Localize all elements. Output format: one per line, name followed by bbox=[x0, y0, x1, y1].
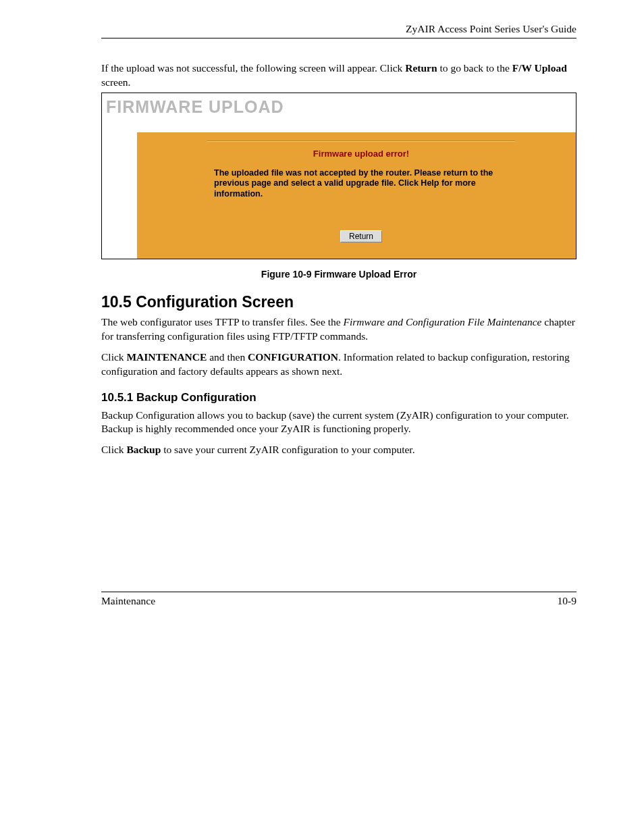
subsection-p1: Backup Configuration allows you to backu… bbox=[101, 409, 576, 437]
intro-pre: If the upload was not successful, the fo… bbox=[101, 62, 405, 74]
subsection-heading-10-5-1: 10.5.1 Backup Configuration bbox=[101, 391, 576, 405]
p1-pre: The web configurator uses TFTP to transf… bbox=[101, 316, 344, 328]
screenshot-firmware-upload: FIRMWARE UPLOAD Firmware upload error! T… bbox=[101, 93, 576, 259]
intro-mid: to go back to the bbox=[437, 62, 512, 74]
figure-caption: Figure 10-9 Firmware Upload Error bbox=[101, 269, 576, 280]
p2-b1: MAINTENANCE bbox=[126, 351, 207, 363]
section-10-5-p1: The web configurator uses TFTP to transf… bbox=[101, 315, 576, 344]
footer-left: Maintenance bbox=[101, 595, 155, 607]
section-10-5-p2: Click MAINTENANCE and then CONFIGURATION… bbox=[101, 350, 576, 379]
p2-pre: Click bbox=[101, 351, 126, 363]
intro-post: screen. bbox=[101, 76, 130, 88]
p2-bold: Backup bbox=[126, 444, 161, 455]
page-header: ZyAIR Access Point Series User's Guide bbox=[101, 23, 576, 38]
subsection-p2: Click Backup to save your current ZyAIR … bbox=[101, 443, 576, 457]
intro-bold-return: Return bbox=[405, 62, 437, 74]
p2-post: to save your current ZyAIR configuration… bbox=[161, 444, 414, 455]
p2-b2: CONFIGURATION bbox=[248, 351, 338, 363]
error-panel: Firmware upload error! The uploaded file… bbox=[137, 132, 576, 259]
panel-divider bbox=[207, 140, 515, 142]
screenshot-title: FIRMWARE UPLOAD bbox=[102, 93, 576, 117]
p1-italic: Firmware and Configuration File Maintena… bbox=[344, 316, 542, 328]
footer-right: 10-9 bbox=[558, 595, 576, 607]
page-footer: Maintenance 10-9 bbox=[101, 592, 576, 607]
error-headline: Firmware upload error! bbox=[207, 149, 515, 159]
section-heading-10-5: 10.5 Configuration Screen bbox=[101, 293, 576, 311]
error-body: The uploaded file was not accepted by th… bbox=[207, 168, 515, 200]
intro-paragraph: If the upload was not successful, the fo… bbox=[101, 61, 576, 90]
intro-bold-fwupload: F/W Upload bbox=[512, 62, 567, 74]
return-button[interactable]: Return bbox=[340, 230, 382, 242]
p2-mid: and then bbox=[207, 351, 248, 363]
p2-pre: Click bbox=[101, 444, 126, 455]
